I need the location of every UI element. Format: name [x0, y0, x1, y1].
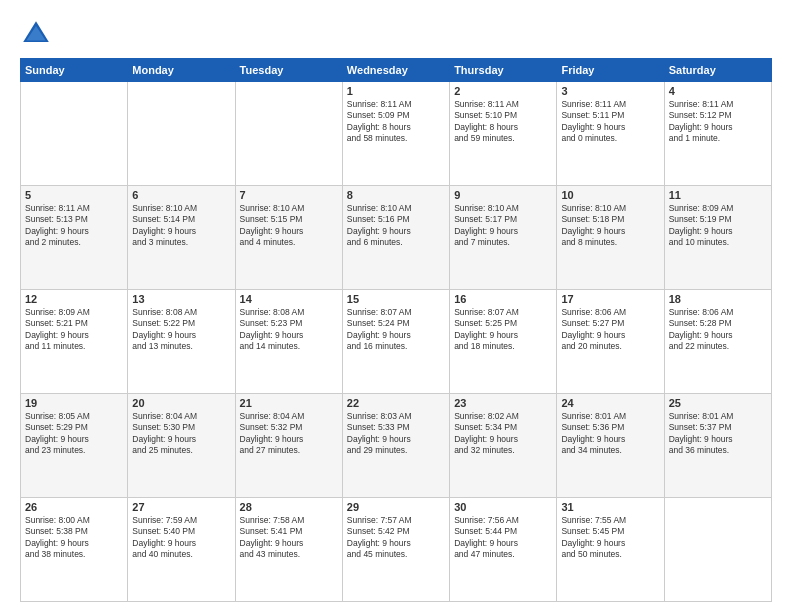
calendar-day-cell: 12Sunrise: 8:09 AM Sunset: 5:21 PM Dayli… [21, 290, 128, 394]
day-number: 30 [454, 501, 552, 513]
calendar-day-cell: 9Sunrise: 8:10 AM Sunset: 5:17 PM Daylig… [450, 186, 557, 290]
calendar-day-cell: 8Sunrise: 8:10 AM Sunset: 5:16 PM Daylig… [342, 186, 449, 290]
day-number: 23 [454, 397, 552, 409]
calendar-day-cell: 10Sunrise: 8:10 AM Sunset: 5:18 PM Dayli… [557, 186, 664, 290]
page: SundayMondayTuesdayWednesdayThursdayFrid… [0, 0, 792, 612]
calendar-day-cell: 30Sunrise: 7:56 AM Sunset: 5:44 PM Dayli… [450, 498, 557, 602]
calendar-day-cell: 5Sunrise: 8:11 AM Sunset: 5:13 PM Daylig… [21, 186, 128, 290]
calendar-day-cell: 21Sunrise: 8:04 AM Sunset: 5:32 PM Dayli… [235, 394, 342, 498]
day-number: 6 [132, 189, 230, 201]
calendar-day-cell: 31Sunrise: 7:55 AM Sunset: 5:45 PM Dayli… [557, 498, 664, 602]
day-number: 19 [25, 397, 123, 409]
calendar-day-cell: 20Sunrise: 8:04 AM Sunset: 5:30 PM Dayli… [128, 394, 235, 498]
day-info: Sunrise: 8:11 AM Sunset: 5:12 PM Dayligh… [669, 99, 767, 145]
day-number: 29 [347, 501, 445, 513]
day-number: 12 [25, 293, 123, 305]
calendar-week-row: 1Sunrise: 8:11 AM Sunset: 5:09 PM Daylig… [21, 82, 772, 186]
day-info: Sunrise: 8:02 AM Sunset: 5:34 PM Dayligh… [454, 411, 552, 457]
calendar-day-cell: 6Sunrise: 8:10 AM Sunset: 5:14 PM Daylig… [128, 186, 235, 290]
day-info: Sunrise: 8:07 AM Sunset: 5:24 PM Dayligh… [347, 307, 445, 353]
day-info: Sunrise: 8:10 AM Sunset: 5:15 PM Dayligh… [240, 203, 338, 249]
logo-icon [20, 18, 52, 50]
day-number: 18 [669, 293, 767, 305]
calendar-week-row: 5Sunrise: 8:11 AM Sunset: 5:13 PM Daylig… [21, 186, 772, 290]
day-info: Sunrise: 8:11 AM Sunset: 5:09 PM Dayligh… [347, 99, 445, 145]
day-number: 3 [561, 85, 659, 97]
calendar-day-cell: 3Sunrise: 8:11 AM Sunset: 5:11 PM Daylig… [557, 82, 664, 186]
day-number: 17 [561, 293, 659, 305]
day-info: Sunrise: 8:00 AM Sunset: 5:38 PM Dayligh… [25, 515, 123, 561]
day-number: 7 [240, 189, 338, 201]
day-number: 16 [454, 293, 552, 305]
day-info: Sunrise: 8:08 AM Sunset: 5:23 PM Dayligh… [240, 307, 338, 353]
calendar-day-cell: 26Sunrise: 8:00 AM Sunset: 5:38 PM Dayli… [21, 498, 128, 602]
calendar-day-cell: 7Sunrise: 8:10 AM Sunset: 5:15 PM Daylig… [235, 186, 342, 290]
day-number: 15 [347, 293, 445, 305]
day-number: 13 [132, 293, 230, 305]
calendar-day-cell: 23Sunrise: 8:02 AM Sunset: 5:34 PM Dayli… [450, 394, 557, 498]
day-info: Sunrise: 8:06 AM Sunset: 5:27 PM Dayligh… [561, 307, 659, 353]
day-number: 31 [561, 501, 659, 513]
calendar-day-cell: 19Sunrise: 8:05 AM Sunset: 5:29 PM Dayli… [21, 394, 128, 498]
day-number: 24 [561, 397, 659, 409]
weekday-header: Tuesday [235, 59, 342, 82]
calendar-table: SundayMondayTuesdayWednesdayThursdayFrid… [20, 58, 772, 602]
day-number: 20 [132, 397, 230, 409]
day-info: Sunrise: 7:57 AM Sunset: 5:42 PM Dayligh… [347, 515, 445, 561]
day-number: 21 [240, 397, 338, 409]
calendar-day-cell: 14Sunrise: 8:08 AM Sunset: 5:23 PM Dayli… [235, 290, 342, 394]
day-info: Sunrise: 8:10 AM Sunset: 5:18 PM Dayligh… [561, 203, 659, 249]
weekday-header: Sunday [21, 59, 128, 82]
day-info: Sunrise: 8:11 AM Sunset: 5:10 PM Dayligh… [454, 99, 552, 145]
day-info: Sunrise: 8:10 AM Sunset: 5:14 PM Dayligh… [132, 203, 230, 249]
weekday-header: Saturday [664, 59, 771, 82]
weekday-header: Wednesday [342, 59, 449, 82]
day-info: Sunrise: 8:08 AM Sunset: 5:22 PM Dayligh… [132, 307, 230, 353]
day-info: Sunrise: 8:11 AM Sunset: 5:13 PM Dayligh… [25, 203, 123, 249]
day-number: 8 [347, 189, 445, 201]
day-number: 5 [25, 189, 123, 201]
day-number: 2 [454, 85, 552, 97]
calendar-day-cell [664, 498, 771, 602]
day-number: 10 [561, 189, 659, 201]
calendar-day-cell: 4Sunrise: 8:11 AM Sunset: 5:12 PM Daylig… [664, 82, 771, 186]
day-number: 11 [669, 189, 767, 201]
calendar-day-cell: 13Sunrise: 8:08 AM Sunset: 5:22 PM Dayli… [128, 290, 235, 394]
logo [20, 18, 56, 50]
day-number: 22 [347, 397, 445, 409]
day-info: Sunrise: 7:56 AM Sunset: 5:44 PM Dayligh… [454, 515, 552, 561]
day-info: Sunrise: 8:03 AM Sunset: 5:33 PM Dayligh… [347, 411, 445, 457]
day-info: Sunrise: 8:01 AM Sunset: 5:36 PM Dayligh… [561, 411, 659, 457]
header [20, 18, 772, 50]
day-info: Sunrise: 8:11 AM Sunset: 5:11 PM Dayligh… [561, 99, 659, 145]
calendar-day-cell: 24Sunrise: 8:01 AM Sunset: 5:36 PM Dayli… [557, 394, 664, 498]
day-info: Sunrise: 8:04 AM Sunset: 5:32 PM Dayligh… [240, 411, 338, 457]
day-info: Sunrise: 8:09 AM Sunset: 5:21 PM Dayligh… [25, 307, 123, 353]
day-info: Sunrise: 8:09 AM Sunset: 5:19 PM Dayligh… [669, 203, 767, 249]
day-info: Sunrise: 8:07 AM Sunset: 5:25 PM Dayligh… [454, 307, 552, 353]
day-info: Sunrise: 7:58 AM Sunset: 5:41 PM Dayligh… [240, 515, 338, 561]
calendar-day-cell: 27Sunrise: 7:59 AM Sunset: 5:40 PM Dayli… [128, 498, 235, 602]
weekday-header: Friday [557, 59, 664, 82]
calendar-day-cell: 11Sunrise: 8:09 AM Sunset: 5:19 PM Dayli… [664, 186, 771, 290]
calendar-day-cell: 16Sunrise: 8:07 AM Sunset: 5:25 PM Dayli… [450, 290, 557, 394]
calendar-day-cell: 29Sunrise: 7:57 AM Sunset: 5:42 PM Dayli… [342, 498, 449, 602]
day-info: Sunrise: 7:55 AM Sunset: 5:45 PM Dayligh… [561, 515, 659, 561]
calendar-day-cell: 1Sunrise: 8:11 AM Sunset: 5:09 PM Daylig… [342, 82, 449, 186]
day-number: 25 [669, 397, 767, 409]
day-info: Sunrise: 8:01 AM Sunset: 5:37 PM Dayligh… [669, 411, 767, 457]
calendar-week-row: 19Sunrise: 8:05 AM Sunset: 5:29 PM Dayli… [21, 394, 772, 498]
calendar-day-cell [128, 82, 235, 186]
calendar-day-cell: 15Sunrise: 8:07 AM Sunset: 5:24 PM Dayli… [342, 290, 449, 394]
day-number: 14 [240, 293, 338, 305]
weekday-header: Thursday [450, 59, 557, 82]
day-info: Sunrise: 7:59 AM Sunset: 5:40 PM Dayligh… [132, 515, 230, 561]
header-row: SundayMondayTuesdayWednesdayThursdayFrid… [21, 59, 772, 82]
calendar-day-cell: 25Sunrise: 8:01 AM Sunset: 5:37 PM Dayli… [664, 394, 771, 498]
day-number: 26 [25, 501, 123, 513]
calendar-day-cell [235, 82, 342, 186]
day-number: 27 [132, 501, 230, 513]
calendar-day-cell [21, 82, 128, 186]
weekday-header: Monday [128, 59, 235, 82]
day-info: Sunrise: 8:10 AM Sunset: 5:17 PM Dayligh… [454, 203, 552, 249]
